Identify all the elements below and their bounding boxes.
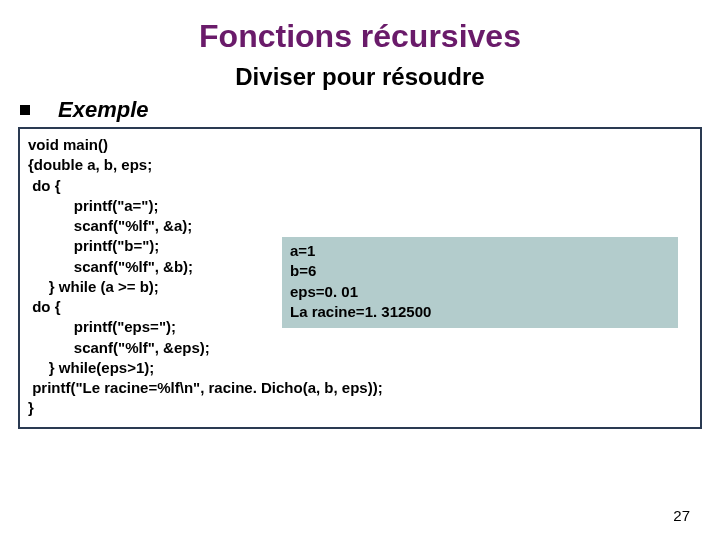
bullet-icon: [20, 105, 30, 115]
section-label: Exemple: [58, 97, 149, 123]
slide-subtitle: Diviser pour résoudre: [0, 63, 720, 91]
output-content: a=1 b=6 eps=0. 01 La racine=1. 312500: [290, 241, 670, 322]
page-number: 27: [673, 507, 690, 524]
slide-title: Fonctions récursives: [0, 0, 720, 55]
code-box: void main() {double a, b, eps; do { prin…: [18, 127, 702, 429]
output-box: a=1 b=6 eps=0. 01 La racine=1. 312500: [282, 237, 678, 328]
section-row: Exemple: [20, 97, 720, 123]
